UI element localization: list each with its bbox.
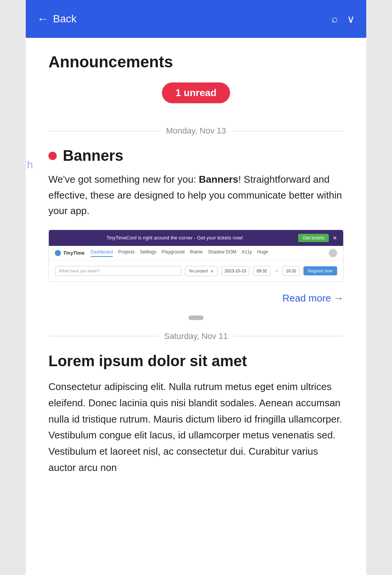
app-nav-playground[interactable]: Playground (162, 249, 185, 257)
app-nav-a11y[interactable]: A11y (241, 249, 252, 257)
select-chevron-icon: ∨ (210, 269, 213, 274)
announcement-heading-banners: Banners (63, 147, 123, 164)
app-project-select[interactable]: No project ∨ (185, 266, 218, 276)
app-nav-bar: TinyTime Dashboard Projects Settings Pla… (49, 246, 343, 261)
app-start-time[interactable]: 09:32 (253, 266, 271, 276)
app-nav-items: Dashboard Projects Settings Playground I… (91, 249, 268, 257)
get-tickets-button[interactable]: Get tickets (298, 234, 329, 242)
back-label: Back (53, 13, 76, 25)
app-nav-shadow[interactable]: Shadow DOM (208, 249, 236, 257)
announcement-body-banners: We've got something new for you: Banners… (48, 172, 344, 219)
left-overflow-text: t h (26, 159, 33, 171)
scroll-indicator (48, 315, 344, 320)
app-screenshot-mockup: TinyTimeConf is right around the corner … (48, 230, 344, 282)
search-icon[interactable]: ⌕ (331, 13, 338, 25)
read-more-link[interactable]: Read more → (282, 292, 344, 304)
chevron-down-icon[interactable]: ∨ (347, 13, 355, 25)
app-banner-bar: TinyTimeConf is right around the corner … (49, 230, 343, 246)
time-arrow-icon: → (274, 268, 279, 274)
back-arrow-icon: ← (37, 12, 48, 25)
unread-badge: 1 unread (162, 82, 230, 103)
app-task-input[interactable]: What have you done? (55, 266, 181, 276)
app-logo-icon (55, 250, 61, 256)
app-end-time[interactable]: 10:32 (283, 266, 300, 276)
close-banner-icon[interactable]: ✕ (333, 235, 337, 241)
date-divider-monday: Monday, Nov 13 (48, 126, 344, 136)
date-monday: Monday, Nov 13 (166, 126, 226, 136)
app-nav-projects[interactable]: Projects (118, 249, 134, 257)
app-user-avatar (329, 249, 337, 257)
app-nav-iframe[interactable]: Iframe (190, 249, 203, 257)
read-more-container: Read more → (48, 292, 344, 304)
app-form-row: What have you done? No project ∨ 2023-10… (49, 261, 343, 281)
scroll-dot (188, 315, 204, 320)
main-content: Announcements 1 unread Monday, Nov 13 Ba… (26, 38, 366, 575)
register-time-button[interactable]: Register time (303, 266, 337, 275)
app-nav-settings[interactable]: Settings (140, 249, 156, 257)
date-divider-saturday: Saturday, Nov 11 (48, 331, 344, 341)
second-announcement-title: Lorem ipsum dolor sit amet (48, 353, 344, 370)
back-button[interactable]: ← Back (37, 12, 76, 25)
nav-right-icons: ⌕ ∨ (331, 13, 355, 25)
app-banner-text: TinyTimeConf is right around the corner … (55, 235, 294, 241)
app-logo: TinyTime (55, 250, 85, 256)
page-title: Announcements (48, 53, 344, 71)
app-task-placeholder: What have you done? (59, 269, 100, 273)
second-announcement-body: Consectetur adipiscing elit. Nulla rutru… (48, 379, 344, 476)
app-nav-huge[interactable]: Huge (257, 249, 268, 257)
unread-dot (48, 152, 57, 160)
app-date-field[interactable]: 2023-10-13 (221, 266, 249, 276)
top-nav: ← Back ⌕ ∨ (26, 0, 366, 38)
app-logo-text: TinyTime (63, 250, 85, 256)
date-saturday: Saturday, Nov 11 (164, 331, 228, 341)
announcement-title-banners: Banners (48, 147, 344, 164)
app-nav-dashboard[interactable]: Dashboard (91, 249, 113, 257)
